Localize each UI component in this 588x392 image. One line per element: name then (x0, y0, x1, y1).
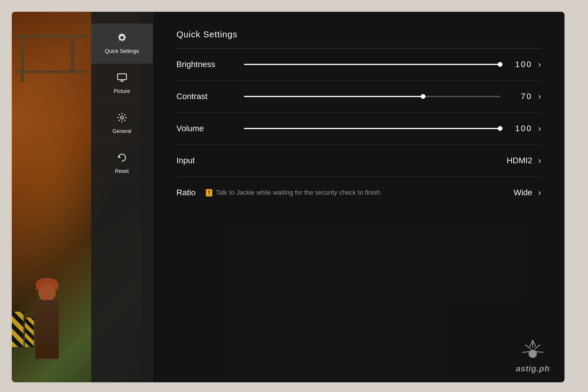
reset-icon (117, 152, 127, 165)
monitor-icon (117, 72, 127, 85)
contrast-track (244, 96, 500, 97)
sidebar-item-picture[interactable]: Picture (91, 64, 153, 104)
volume-track (244, 128, 500, 129)
volume-value: 100 (509, 124, 532, 133)
input-label: Input (176, 156, 235, 165)
section-title: Quick Settings (176, 29, 541, 39)
sidebar-item-general[interactable]: General (91, 104, 153, 144)
svg-marker-4 (118, 155, 121, 158)
contrast-slider[interactable] (244, 96, 500, 97)
volume-fill (244, 128, 500, 129)
brightness-slider[interactable] (244, 64, 500, 65)
contrast-value: 70 (509, 92, 532, 101)
sidebar-item-quick-settings[interactable]: Quick Settings (91, 24, 153, 64)
svg-line-10 (522, 352, 529, 352)
sidebar-quick-settings-label: Quick Settings (105, 48, 139, 54)
watermark-area: astig.ph (516, 338, 550, 373)
contrast-fill (244, 96, 423, 97)
monitor-frame: Quick Settings Picture (12, 12, 564, 382)
watermark-text: astig.ph (516, 364, 550, 373)
ratio-row: Ratio ! Talk to Jackie while waiting for… (176, 177, 541, 208)
brightness-track (244, 64, 500, 65)
brightness-row: Brightness 100 › (176, 49, 541, 81)
ratio-chevron-icon[interactable]: › (538, 188, 541, 197)
svg-point-3 (121, 116, 123, 119)
brightness-chevron-icon[interactable]: › (538, 60, 541, 69)
svg-rect-0 (118, 74, 126, 80)
volume-dot (498, 126, 502, 131)
gear-icon (117, 112, 127, 125)
sidebar: Quick Settings Picture (91, 12, 153, 382)
brightness-dot (498, 62, 502, 67)
brightness-value: 100 (509, 60, 532, 69)
contrast-dot (421, 94, 425, 99)
sidebar-item-reset[interactable]: Reset (91, 144, 153, 184)
subtitle-badge: ! (206, 189, 212, 196)
gear-lightning-icon (117, 32, 127, 45)
input-row: Input HDMI2 › (176, 145, 541, 177)
contrast-chevron-icon[interactable]: › (538, 92, 541, 101)
input-value: HDMI2 (235, 156, 532, 165)
brightness-label: Brightness (176, 60, 235, 69)
contrast-row: Contrast 70 › (176, 81, 541, 113)
subtitle-text: Talk to Jackie while waiting for the sec… (216, 189, 382, 196)
input-chevron-icon[interactable]: › (538, 156, 541, 165)
volume-row: Volume 100 › (176, 113, 541, 145)
watermark-icon (519, 338, 546, 364)
sidebar-picture-label: Picture (113, 88, 130, 94)
sidebar-items: Quick Settings Picture (91, 12, 153, 184)
sidebar-reset-label: Reset (115, 168, 129, 174)
brightness-fill (244, 64, 500, 65)
svg-line-11 (537, 352, 543, 352)
volume-chevron-icon[interactable]: › (538, 124, 541, 133)
volume-slider[interactable] (244, 128, 500, 129)
sidebar-general-label: General (112, 128, 131, 134)
game-subtitle-overlay: ! Talk to Jackie while waiting for the s… (206, 189, 506, 196)
volume-label: Volume (176, 124, 235, 133)
contrast-label: Contrast (176, 92, 235, 101)
main-content: Quick Settings Brightness 100 › Contrast (153, 12, 564, 382)
svg-point-12 (529, 350, 537, 358)
